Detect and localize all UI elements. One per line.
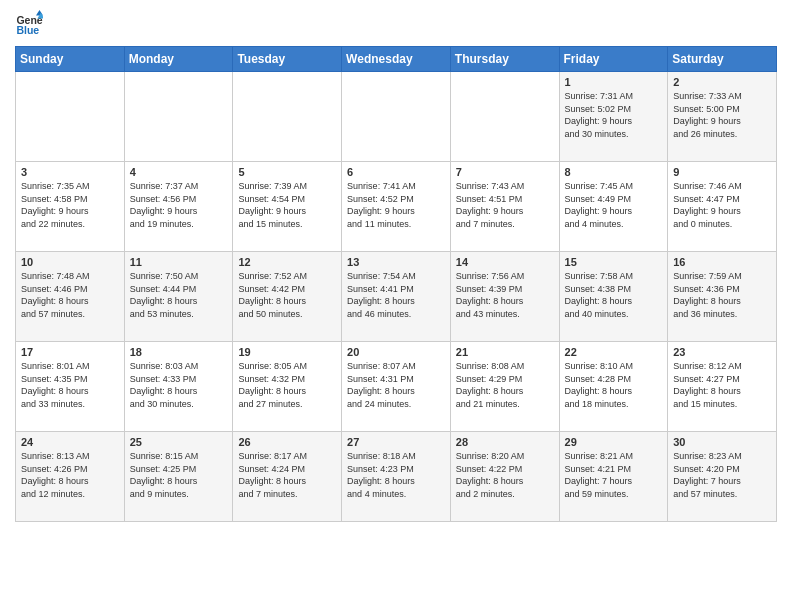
calendar-cell: 22Sunrise: 8:10 AM Sunset: 4:28 PM Dayli… xyxy=(559,342,668,432)
calendar-week-2: 3Sunrise: 7:35 AM Sunset: 4:58 PM Daylig… xyxy=(16,162,777,252)
day-info: Sunrise: 7:46 AM Sunset: 4:47 PM Dayligh… xyxy=(673,180,771,230)
day-number: 17 xyxy=(21,346,119,358)
page-header: General Blue xyxy=(15,10,777,38)
day-info: Sunrise: 7:35 AM Sunset: 4:58 PM Dayligh… xyxy=(21,180,119,230)
day-info: Sunrise: 8:05 AM Sunset: 4:32 PM Dayligh… xyxy=(238,360,336,410)
day-number: 24 xyxy=(21,436,119,448)
day-number: 10 xyxy=(21,256,119,268)
calendar-cell: 12Sunrise: 7:52 AM Sunset: 4:42 PM Dayli… xyxy=(233,252,342,342)
calendar-cell: 13Sunrise: 7:54 AM Sunset: 4:41 PM Dayli… xyxy=(342,252,451,342)
day-number: 8 xyxy=(565,166,663,178)
day-number: 2 xyxy=(673,76,771,88)
day-number: 9 xyxy=(673,166,771,178)
calendar-cell: 21Sunrise: 8:08 AM Sunset: 4:29 PM Dayli… xyxy=(450,342,559,432)
svg-text:Blue: Blue xyxy=(16,24,39,36)
page-container: General Blue SundayMondayTuesdayWednesda… xyxy=(0,0,792,532)
day-number: 15 xyxy=(565,256,663,268)
day-info: Sunrise: 7:33 AM Sunset: 5:00 PM Dayligh… xyxy=(673,90,771,140)
day-info: Sunrise: 7:50 AM Sunset: 4:44 PM Dayligh… xyxy=(130,270,228,320)
day-info: Sunrise: 7:39 AM Sunset: 4:54 PM Dayligh… xyxy=(238,180,336,230)
column-header-wednesday: Wednesday xyxy=(342,47,451,72)
calendar-cell: 16Sunrise: 7:59 AM Sunset: 4:36 PM Dayli… xyxy=(668,252,777,342)
day-number: 28 xyxy=(456,436,554,448)
day-info: Sunrise: 7:45 AM Sunset: 4:49 PM Dayligh… xyxy=(565,180,663,230)
day-info: Sunrise: 7:41 AM Sunset: 4:52 PM Dayligh… xyxy=(347,180,445,230)
calendar-cell: 17Sunrise: 8:01 AM Sunset: 4:35 PM Dayli… xyxy=(16,342,125,432)
calendar-cell: 29Sunrise: 8:21 AM Sunset: 4:21 PM Dayli… xyxy=(559,432,668,522)
day-info: Sunrise: 7:59 AM Sunset: 4:36 PM Dayligh… xyxy=(673,270,771,320)
column-header-sunday: Sunday xyxy=(16,47,125,72)
day-number: 22 xyxy=(565,346,663,358)
calendar-cell: 7Sunrise: 7:43 AM Sunset: 4:51 PM Daylig… xyxy=(450,162,559,252)
day-number: 11 xyxy=(130,256,228,268)
calendar-week-4: 17Sunrise: 8:01 AM Sunset: 4:35 PM Dayli… xyxy=(16,342,777,432)
calendar-cell: 19Sunrise: 8:05 AM Sunset: 4:32 PM Dayli… xyxy=(233,342,342,432)
day-info: Sunrise: 8:10 AM Sunset: 4:28 PM Dayligh… xyxy=(565,360,663,410)
day-number: 27 xyxy=(347,436,445,448)
day-info: Sunrise: 8:15 AM Sunset: 4:25 PM Dayligh… xyxy=(130,450,228,500)
calendar-cell xyxy=(233,72,342,162)
calendar-cell: 9Sunrise: 7:46 AM Sunset: 4:47 PM Daylig… xyxy=(668,162,777,252)
logo: General Blue xyxy=(15,10,47,38)
day-number: 26 xyxy=(238,436,336,448)
day-info: Sunrise: 8:03 AM Sunset: 4:33 PM Dayligh… xyxy=(130,360,228,410)
day-info: Sunrise: 7:48 AM Sunset: 4:46 PM Dayligh… xyxy=(21,270,119,320)
day-number: 25 xyxy=(130,436,228,448)
calendar-cell: 23Sunrise: 8:12 AM Sunset: 4:27 PM Dayli… xyxy=(668,342,777,432)
day-info: Sunrise: 8:23 AM Sunset: 4:20 PM Dayligh… xyxy=(673,450,771,500)
day-info: Sunrise: 8:07 AM Sunset: 4:31 PM Dayligh… xyxy=(347,360,445,410)
day-info: Sunrise: 7:56 AM Sunset: 4:39 PM Dayligh… xyxy=(456,270,554,320)
calendar-cell: 1Sunrise: 7:31 AM Sunset: 5:02 PM Daylig… xyxy=(559,72,668,162)
day-number: 14 xyxy=(456,256,554,268)
calendar-cell: 20Sunrise: 8:07 AM Sunset: 4:31 PM Dayli… xyxy=(342,342,451,432)
day-number: 30 xyxy=(673,436,771,448)
day-info: Sunrise: 8:18 AM Sunset: 4:23 PM Dayligh… xyxy=(347,450,445,500)
calendar-cell: 27Sunrise: 8:18 AM Sunset: 4:23 PM Dayli… xyxy=(342,432,451,522)
day-info: Sunrise: 8:17 AM Sunset: 4:24 PM Dayligh… xyxy=(238,450,336,500)
calendar-cell: 4Sunrise: 7:37 AM Sunset: 4:56 PM Daylig… xyxy=(124,162,233,252)
day-number: 20 xyxy=(347,346,445,358)
day-info: Sunrise: 7:52 AM Sunset: 4:42 PM Dayligh… xyxy=(238,270,336,320)
day-number: 4 xyxy=(130,166,228,178)
day-info: Sunrise: 8:20 AM Sunset: 4:22 PM Dayligh… xyxy=(456,450,554,500)
calendar-cell: 5Sunrise: 7:39 AM Sunset: 4:54 PM Daylig… xyxy=(233,162,342,252)
calendar-cell: 6Sunrise: 7:41 AM Sunset: 4:52 PM Daylig… xyxy=(342,162,451,252)
calendar-cell: 26Sunrise: 8:17 AM Sunset: 4:24 PM Dayli… xyxy=(233,432,342,522)
calendar-cell: 3Sunrise: 7:35 AM Sunset: 4:58 PM Daylig… xyxy=(16,162,125,252)
calendar-cell: 30Sunrise: 8:23 AM Sunset: 4:20 PM Dayli… xyxy=(668,432,777,522)
column-header-monday: Monday xyxy=(124,47,233,72)
calendar-cell xyxy=(342,72,451,162)
calendar-cell: 10Sunrise: 7:48 AM Sunset: 4:46 PM Dayli… xyxy=(16,252,125,342)
calendar-cell: 2Sunrise: 7:33 AM Sunset: 5:00 PM Daylig… xyxy=(668,72,777,162)
day-number: 7 xyxy=(456,166,554,178)
day-number: 16 xyxy=(673,256,771,268)
calendar-cell xyxy=(450,72,559,162)
logo-icon: General Blue xyxy=(15,10,43,38)
column-header-friday: Friday xyxy=(559,47,668,72)
day-info: Sunrise: 8:01 AM Sunset: 4:35 PM Dayligh… xyxy=(21,360,119,410)
day-info: Sunrise: 8:21 AM Sunset: 4:21 PM Dayligh… xyxy=(565,450,663,500)
column-header-thursday: Thursday xyxy=(450,47,559,72)
calendar-cell: 8Sunrise: 7:45 AM Sunset: 4:49 PM Daylig… xyxy=(559,162,668,252)
day-number: 23 xyxy=(673,346,771,358)
day-number: 5 xyxy=(238,166,336,178)
day-number: 3 xyxy=(21,166,119,178)
calendar-week-3: 10Sunrise: 7:48 AM Sunset: 4:46 PM Dayli… xyxy=(16,252,777,342)
calendar-cell: 15Sunrise: 7:58 AM Sunset: 4:38 PM Dayli… xyxy=(559,252,668,342)
day-info: Sunrise: 7:31 AM Sunset: 5:02 PM Dayligh… xyxy=(565,90,663,140)
calendar-body: 1Sunrise: 7:31 AM Sunset: 5:02 PM Daylig… xyxy=(16,72,777,522)
column-header-tuesday: Tuesday xyxy=(233,47,342,72)
calendar-cell: 24Sunrise: 8:13 AM Sunset: 4:26 PM Dayli… xyxy=(16,432,125,522)
day-number: 1 xyxy=(565,76,663,88)
calendar-cell: 18Sunrise: 8:03 AM Sunset: 4:33 PM Dayli… xyxy=(124,342,233,432)
calendar-cell xyxy=(16,72,125,162)
calendar-cell xyxy=(124,72,233,162)
day-number: 29 xyxy=(565,436,663,448)
calendar-week-5: 24Sunrise: 8:13 AM Sunset: 4:26 PM Dayli… xyxy=(16,432,777,522)
day-info: Sunrise: 8:08 AM Sunset: 4:29 PM Dayligh… xyxy=(456,360,554,410)
calendar-cell: 11Sunrise: 7:50 AM Sunset: 4:44 PM Dayli… xyxy=(124,252,233,342)
column-header-saturday: Saturday xyxy=(668,47,777,72)
day-number: 12 xyxy=(238,256,336,268)
calendar-cell: 25Sunrise: 8:15 AM Sunset: 4:25 PM Dayli… xyxy=(124,432,233,522)
calendar-cell: 28Sunrise: 8:20 AM Sunset: 4:22 PM Dayli… xyxy=(450,432,559,522)
